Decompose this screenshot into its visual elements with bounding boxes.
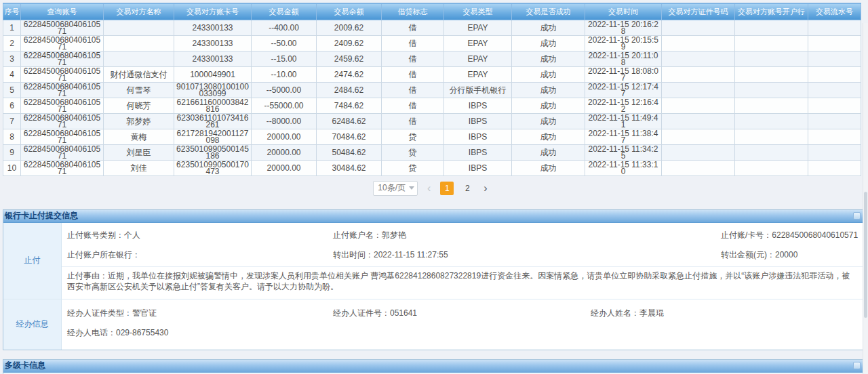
table-cell: 2009.62 — [317, 20, 382, 35]
table-cell: 6228450068040610571 — [21, 51, 104, 66]
table-cell: 借 — [382, 66, 444, 82]
collapse-icon[interactable] — [853, 212, 861, 220]
table-cell: 6217281942001127098 — [174, 129, 252, 144]
field-row: 经办人证件类型：警官证 经办人证件号：051641 经办人姓名：李晨琨 — [62, 304, 864, 323]
table-cell: 5 — [3, 82, 21, 98]
table-cell: 6228450068040610571 — [21, 20, 104, 35]
column-header: 交易时间 — [585, 3, 662, 20]
table-cell — [808, 129, 861, 144]
column-header: 交易对方账卡号 — [174, 3, 252, 20]
table-cell: 6228450068040610571 — [21, 160, 104, 175]
scrollbar-thumb[interactable] — [864, 192, 867, 318]
scrollbar[interactable] — [863, 23, 868, 374]
table-cell: 20000.00 — [252, 144, 317, 160]
table-cell: 成功 — [512, 35, 585, 51]
table-cell — [808, 82, 861, 98]
stop-payment-panel-title-bar: 银行卡止付提交信息 — [3, 210, 864, 223]
table-cell: 6228450068040610571 — [21, 82, 104, 98]
table-cell: 243300133 — [174, 35, 252, 51]
table-cell: 刘星臣 — [104, 144, 174, 160]
column-header: 借贷标志 — [382, 3, 444, 20]
table-cell: 贷 — [382, 160, 444, 175]
transactions-table: 序号查询账号交易对方名称交易对方账卡号交易金额交易余额借贷标志交易类型交易是否成… — [3, 3, 861, 176]
table-cell: 1 — [3, 20, 21, 35]
table-cell: EPAY — [444, 20, 512, 35]
table-cell: --5000.00 — [252, 82, 317, 98]
table-cell: 2022-11-15 20:11:08 — [585, 51, 662, 66]
prev-page-button[interactable]: ‹ — [425, 182, 433, 195]
column-header: 交易对方证件号码 — [662, 3, 735, 20]
stop-account-type: 止付账号类别：个人 — [67, 230, 333, 241]
stop-payment-group: 止付 止付账号类别：个人 止付账户名：郭梦艳 止付账/卡号：6228450068… — [3, 223, 864, 299]
table-cell: 借 — [382, 35, 444, 51]
table-cell: 70484.62 — [317, 129, 382, 144]
table-cell: 6228450068040610571 — [21, 113, 104, 129]
agent-cert-type: 经办人证件类型：警官证 — [67, 308, 333, 319]
table-cell: 成功 — [512, 144, 585, 160]
table-cell: 6216611600003842816 — [174, 98, 252, 113]
page-size-select[interactable]: 10条/页 — [373, 181, 418, 196]
agent-info-group-label: 经办信息 — [3, 299, 62, 350]
table-cell: 243300133 — [174, 20, 252, 35]
table-cell — [735, 20, 808, 35]
table-cell: 6228450068040610571 — [21, 144, 104, 160]
table-cell: 成功 — [512, 66, 585, 82]
table-cell: 成功 — [512, 98, 585, 113]
table-cell: 6228450068040610571 — [21, 129, 104, 144]
agent-info-group: 经办信息 经办人证件类型：警官证 经办人证件号：051641 经办人姓名：李晨琨… — [3, 299, 864, 350]
table-cell: 10 — [3, 160, 21, 175]
agent-cert-number: 经办人证件号：051641 — [333, 308, 591, 319]
page-button-1[interactable]: 1 — [440, 182, 454, 195]
header-row: 序号查询账号交易对方名称交易对方账卡号交易金额交易余额借贷标志交易类型交易是否成… — [3, 3, 861, 20]
table-cell: --55000.00 — [252, 98, 317, 113]
column-header: 查询账号 — [21, 3, 104, 20]
table-cell: 成功 — [512, 113, 585, 129]
table-cell: --400.00 — [252, 20, 317, 35]
page-size-label: 10条/页 — [378, 182, 406, 194]
column-header: 交易余额 — [317, 3, 382, 20]
table-cell — [808, 98, 861, 113]
column-header: 交易是否成功 — [512, 3, 585, 20]
table-cell: 9010713080100100033099 — [174, 82, 252, 98]
table-cell: 借 — [382, 113, 444, 129]
column-header: 交易对方账号开户行 — [735, 3, 808, 20]
table-cell — [662, 160, 735, 175]
table-row: 76228450068040610571郭梦婷62303611010734162… — [3, 113, 861, 129]
table-cell — [808, 160, 861, 175]
table-cell: 黄梅 — [104, 129, 174, 144]
table-cell — [662, 129, 735, 144]
agent-phone: 经办人电话：029-86755430 — [67, 327, 333, 339]
stop-payment-panel: 银行卡止付提交信息 止付 止付账号类别：个人 止付账户名：郭梦艳 止付账/卡号：… — [3, 209, 865, 350]
transfer-time: 转出时间：2022-11-15 11:27:55 — [333, 249, 721, 261]
table-cell: 2022-11-15 11:38:47 — [585, 129, 662, 144]
table-cell — [808, 66, 861, 82]
table-cell — [735, 82, 808, 98]
table-cell: 20000.00 — [252, 129, 317, 144]
table-cell: IBPS — [444, 113, 512, 129]
stop-payment-group-content: 止付账号类别：个人 止付账户名：郭梦艳 止付账/卡号：6228450068040… — [62, 223, 864, 299]
table-cell: 6235010990500170473 — [174, 160, 252, 175]
stop-account-name: 止付账户名：郭梦艳 — [333, 230, 721, 241]
pagination-bar: 10条/页 ‹ 1 2 › — [3, 176, 861, 201]
table-cell: 2022-11-15 20:15:59 — [585, 35, 662, 51]
column-header: 交易类型 — [444, 3, 512, 20]
table-cell — [662, 98, 735, 113]
table-cell: 3 — [3, 51, 21, 66]
table-cell: --50.00 — [252, 35, 317, 51]
page-button-2[interactable]: 2 — [460, 182, 474, 195]
transactions-table-body: 16228450068040610571243300133--400.00200… — [3, 20, 861, 175]
table-cell — [735, 113, 808, 129]
table-cell — [662, 66, 735, 82]
table-cell: 2022-11-15 11:34:25 — [585, 144, 662, 160]
table-cell — [104, 20, 174, 35]
table-cell: EPAY — [444, 66, 512, 82]
table-cell — [104, 51, 174, 66]
table-cell — [662, 20, 735, 35]
table-cell: 分行版手机银行 — [444, 82, 512, 98]
table-cell: 2022-11-15 20:16:28 — [585, 20, 662, 35]
next-page-button[interactable]: › — [481, 182, 490, 195]
transfer-amount: 转出金额(元)：20000 — [721, 249, 860, 261]
collapse-icon[interactable] — [853, 362, 861, 369]
table-cell: 4 — [3, 66, 21, 82]
table-cell: 30484.62 — [317, 160, 382, 175]
